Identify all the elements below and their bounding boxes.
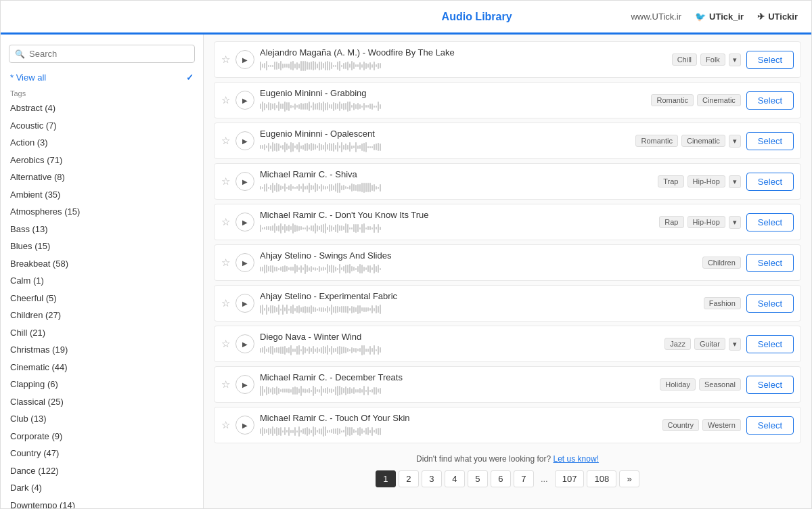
content-footer: Didn't find what you were looking for? L…: [214, 447, 801, 491]
track-tags: Fashion: [704, 297, 741, 309]
play-button[interactable]: ▶: [235, 91, 254, 110]
select-button[interactable]: Select: [746, 376, 794, 394]
track-tag-badge: Holiday: [660, 378, 696, 391]
play-button[interactable]: ▶: [235, 375, 254, 394]
view-all-row[interactable]: * View all ✓: [1, 70, 203, 85]
waveform: [260, 384, 654, 397]
star-button[interactable]: ☆: [221, 216, 230, 228]
tracks-container: ☆▶Alejandro Magaña (A. M.) - Woodfire By…: [214, 41, 801, 443]
track-row: ☆▶Michael Ramir C. - December TreatsHoli…: [214, 366, 801, 403]
waveform: [260, 222, 654, 234]
play-button[interactable]: ▶: [235, 253, 254, 272]
select-button[interactable]: Select: [746, 213, 794, 231]
star-button[interactable]: ☆: [221, 297, 230, 309]
sidebar-tag-item[interactable]: Clapping (6): [1, 376, 203, 393]
star-button[interactable]: ☆: [221, 378, 230, 391]
search-box[interactable]: 🔍: [9, 45, 195, 63]
play-button[interactable]: ▶: [235, 334, 254, 353]
track-info: Michael Ramir C. - Don't You Know Its Tr…: [260, 210, 654, 234]
sidebar-tag-item[interactable]: Blues (15): [1, 238, 203, 255]
select-button[interactable]: Select: [746, 91, 794, 110]
page-button[interactable]: 4: [445, 470, 465, 487]
sidebar-tag-item[interactable]: Action (3): [1, 134, 203, 152]
sidebar-tag-item[interactable]: Atmospheres (15): [1, 203, 203, 221]
play-button[interactable]: ▶: [235, 131, 254, 150]
track-row: ☆▶Michael Ramir C. - Don't You Know Its …: [214, 204, 801, 240]
track-tags: RapHip-Hop▾: [659, 216, 741, 229]
select-button[interactable]: Select: [746, 416, 794, 435]
sidebar-tag-item[interactable]: Christmas (19): [1, 341, 203, 359]
tag-dropdown-arrow[interactable]: ▾: [729, 135, 741, 148]
sidebar-tag-item[interactable]: Dance (122): [1, 462, 203, 480]
select-button[interactable]: Select: [746, 254, 794, 272]
sidebar-tag-item[interactable]: Abstract (4): [1, 99, 203, 117]
select-button[interactable]: Select: [746, 173, 794, 191]
track-title: Eugenio Mininni - Grabbing: [260, 88, 646, 98]
select-button[interactable]: Select: [746, 51, 794, 69]
play-button[interactable]: ▶: [235, 172, 254, 191]
page-button[interactable]: 5: [468, 470, 488, 487]
tag-dropdown-arrow[interactable]: ▾: [729, 216, 741, 229]
pagination-next-button[interactable]: »: [619, 470, 639, 487]
search-input[interactable]: [29, 49, 189, 59]
sidebar-tag-item[interactable]: Children (27): [1, 307, 203, 324]
track-row: ☆▶Diego Nava - Winter WindJazzGuitar▾Sel…: [214, 326, 801, 362]
sidebar-tag-item[interactable]: Country (47): [1, 445, 203, 462]
tag-dropdown-arrow[interactable]: ▾: [729, 53, 741, 66]
sidebar-tag-item[interactable]: Classical (25): [1, 393, 203, 411]
star-button[interactable]: ☆: [221, 53, 230, 66]
page-button[interactable]: 108: [587, 470, 616, 487]
track-row: ☆▶Eugenio Mininni - OpalescentRomanticCi…: [214, 123, 801, 159]
star-button[interactable]: ☆: [221, 175, 230, 187]
star-button[interactable]: ☆: [221, 338, 230, 350]
page-button[interactable]: 7: [514, 470, 534, 487]
page-button[interactable]: 1: [376, 470, 396, 487]
sidebar-tag-item[interactable]: Corporate (9): [1, 428, 203, 445]
tags-label: Tags: [1, 85, 203, 99]
star-button[interactable]: ☆: [221, 257, 230, 269]
track-title: Ahjay Stelino - Experimental Fabric: [260, 291, 698, 301]
track-row: ☆▶Michael Ramir C. - ShivaTrapHip-Hop▾Se…: [214, 163, 801, 200]
sidebar-tag-item[interactable]: Aerobics (71): [1, 152, 203, 169]
track-tags: RomanticCinematic▾: [635, 135, 740, 148]
sidebar-tag-item[interactable]: Downtempo (14): [1, 497, 203, 509]
sidebar-tag-item[interactable]: Acoustic (7): [1, 117, 203, 135]
sidebar-tag-item[interactable]: Alternative (8): [1, 169, 203, 186]
sidebar-tag-item[interactable]: Ambient (35): [1, 186, 203, 204]
track-tag-badge: Romantic: [635, 135, 677, 147]
sidebar-tag-item[interactable]: Chill (21): [1, 324, 203, 342]
view-all-label: * View all: [10, 72, 46, 83]
tag-dropdown-arrow[interactable]: ▾: [729, 175, 741, 188]
track-row: ☆▶Eugenio Mininni - GrabbingRomanticCine…: [214, 82, 801, 118]
sidebar-tag-item[interactable]: Breakbeat (58): [1, 255, 203, 273]
sidebar-tag-item[interactable]: Bass (13): [1, 221, 203, 238]
tag-dropdown-arrow[interactable]: ▾: [729, 338, 741, 351]
content-area: ☆▶Alejandro Magaña (A. M.) - Woodfire By…: [204, 35, 811, 508]
select-button[interactable]: Select: [746, 294, 794, 313]
page-button[interactable]: 3: [422, 470, 442, 487]
select-button[interactable]: Select: [746, 132, 794, 150]
play-button[interactable]: ▶: [235, 50, 254, 69]
view-all-checkmark: ✓: [186, 72, 194, 83]
sidebar-tag-item[interactable]: Cinematic (44): [1, 359, 203, 376]
waveform: [260, 344, 659, 356]
sidebar-tag-item[interactable]: Dark (4): [1, 479, 203, 497]
sidebar-tag-item[interactable]: Calm (1): [1, 272, 203, 290]
app-title: Audio Library: [323, 11, 631, 23]
page-button[interactable]: 107: [555, 470, 585, 487]
page-button[interactable]: 6: [491, 470, 511, 487]
play-button[interactable]: ▶: [235, 213, 254, 231]
track-info: Eugenio Mininni - Opalescent: [260, 129, 630, 153]
play-button[interactable]: ▶: [235, 294, 254, 313]
star-button[interactable]: ☆: [221, 135, 230, 147]
sidebar-tag-item[interactable]: Club (13): [1, 410, 203, 428]
track-tags: CountryWestern: [662, 419, 741, 431]
track-tag-badge: Hip-Hop: [687, 175, 725, 187]
star-button[interactable]: ☆: [221, 94, 230, 106]
page-button[interactable]: 2: [399, 470, 419, 487]
select-button[interactable]: Select: [746, 335, 794, 353]
let-us-know-link[interactable]: Let us know!: [554, 454, 599, 464]
star-button[interactable]: ☆: [221, 419, 230, 431]
play-button[interactable]: ▶: [235, 416, 254, 435]
sidebar-tag-item[interactable]: Cheerful (5): [1, 290, 203, 307]
